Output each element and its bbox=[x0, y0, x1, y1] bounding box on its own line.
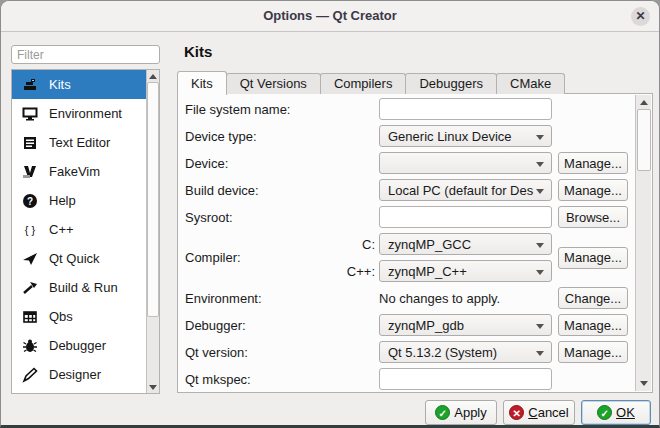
check-icon: ✓ bbox=[435, 405, 450, 420]
sysroot-browse-button[interactable]: Browse... bbox=[558, 206, 628, 228]
hammer-icon bbox=[21, 280, 39, 296]
tab-cmake[interactable]: CMake bbox=[496, 73, 565, 94]
sidebar-item-label: Kits bbox=[49, 77, 71, 92]
form-scroll-thumb[interactable] bbox=[637, 109, 651, 171]
cancel-button[interactable]: ✕ Cancel bbox=[503, 400, 575, 425]
check-icon: ✓ bbox=[597, 405, 612, 420]
environment-change-button[interactable]: Change... bbox=[558, 287, 628, 309]
device-type-value: Generic Linux Device bbox=[388, 129, 512, 144]
build-device-dropdown[interactable]: Local PC (default for Des bbox=[379, 179, 552, 201]
row-compiler: Compiler: C: zynqMP_GCC C++: zynqMP_C++ … bbox=[184, 233, 634, 282]
qt-mkspec-label: Qt mkspec: bbox=[184, 372, 379, 387]
sidebar-item-text-editor[interactable]: Text Editor bbox=[12, 128, 146, 157]
partial-label-fragment bbox=[53, 393, 71, 394]
qt-mkspec-input[interactable] bbox=[379, 368, 552, 390]
svg-text:?: ? bbox=[27, 196, 33, 207]
compiler-cpp-dropdown[interactable]: zynqMP_C++ bbox=[379, 260, 552, 282]
sidebar-item-debugger[interactable]: Debugger bbox=[12, 331, 146, 360]
tab-kits[interactable]: Kits bbox=[177, 71, 227, 95]
sidebar-item-label: Qt Quick bbox=[49, 251, 100, 266]
sidebar-item-designer[interactable]: Designer bbox=[12, 360, 146, 389]
environment-label: Environment: bbox=[184, 291, 379, 306]
file-system-name-input[interactable] bbox=[379, 98, 552, 120]
sidebar-item-kits[interactable]: Kits bbox=[12, 70, 146, 99]
debugger-dropdown[interactable]: zynqMP_gdb bbox=[379, 314, 552, 336]
qt-version-manage-button[interactable]: Manage... bbox=[558, 341, 628, 363]
sidebar-item-label: FakeVim bbox=[49, 164, 100, 179]
compiler-label: Compiler: bbox=[184, 250, 336, 265]
kit-form: File system name: Device type: Generic L… bbox=[184, 98, 634, 395]
qt-version-dropdown[interactable]: Qt 5.13.2 (System) bbox=[379, 341, 552, 363]
tab-debuggers[interactable]: Debuggers bbox=[405, 73, 497, 94]
device-type-label: Device type: bbox=[184, 129, 379, 144]
tab-qt-versions[interactable]: Qt Versions bbox=[226, 73, 321, 94]
category-list: Kits Environment Text Editor FakeVim bbox=[11, 69, 160, 394]
sidebar-scrollbar[interactable] bbox=[146, 70, 159, 393]
titlebar: Options — Qt Creator ✕ bbox=[1, 1, 659, 32]
row-build-device: Build device: Local PC (default for Des … bbox=[184, 179, 634, 201]
row-qt-mkspec: Qt mkspec: bbox=[184, 368, 634, 390]
filter-input[interactable] bbox=[11, 45, 160, 64]
device-type-dropdown[interactable]: Generic Linux Device bbox=[379, 125, 552, 147]
build-device-manage-button[interactable]: Manage... bbox=[558, 179, 628, 201]
debugger-value: zynqMP_gdb bbox=[388, 318, 464, 333]
sidebar-item-label: C++ bbox=[49, 222, 74, 237]
close-icon[interactable]: ✕ bbox=[631, 7, 650, 26]
row-device: Device: Manage... bbox=[184, 152, 634, 174]
compiler-manage-button[interactable]: Manage... bbox=[558, 247, 628, 269]
partial-icon bbox=[24, 393, 37, 394]
scroll-down-icon[interactable] bbox=[637, 377, 651, 390]
scroll-down-icon[interactable] bbox=[147, 381, 159, 393]
sysroot-input[interactable] bbox=[379, 206, 552, 228]
row-file-system-name: File system name: bbox=[184, 98, 634, 120]
sidebar-item-fakevim[interactable]: FakeVim bbox=[12, 157, 146, 186]
device-manage-button[interactable]: Manage... bbox=[558, 152, 628, 174]
row-device-type: Device type: Generic Linux Device bbox=[184, 125, 634, 147]
form-scrollbar[interactable] bbox=[635, 95, 651, 391]
sidebar-item-label: Designer bbox=[49, 367, 101, 382]
sidebar-item-label: Help bbox=[49, 193, 76, 208]
sidebar-item-label: Build & Run bbox=[49, 280, 118, 295]
sidebar-item-qbs[interactable]: Qbs bbox=[12, 302, 146, 331]
pencil-icon bbox=[21, 367, 39, 383]
grid-icon bbox=[21, 309, 39, 325]
row-qt-version: Qt version: Qt 5.13.2 (System) Manage... bbox=[184, 341, 634, 363]
options-dialog: Options — Qt Creator ✕ Kits Kits Environ… bbox=[0, 0, 660, 428]
ok-button[interactable]: ✓ OK bbox=[581, 400, 651, 425]
tab-compilers[interactable]: Compilers bbox=[320, 73, 407, 94]
sidebar-item-label: Debugger bbox=[49, 338, 106, 353]
scroll-up-icon[interactable] bbox=[637, 96, 651, 109]
sidebar-item-build-run[interactable]: Build & Run bbox=[12, 273, 146, 302]
apply-label: Apply bbox=[454, 405, 487, 420]
compiler-cpp-value: zynqMP_C++ bbox=[388, 264, 467, 279]
sidebar-item-qt-quick[interactable]: Qt Quick bbox=[12, 244, 146, 273]
monitor-icon bbox=[21, 106, 39, 122]
device-dropdown[interactable] bbox=[379, 152, 552, 174]
environment-value: No changes to apply. bbox=[379, 291, 552, 306]
apply-button[interactable]: ✓ Apply bbox=[425, 400, 497, 425]
cancel-label: Cancel bbox=[528, 405, 568, 420]
sidebar-item-environment[interactable]: Environment bbox=[12, 99, 146, 128]
scroll-up-icon[interactable] bbox=[147, 70, 159, 82]
page-title: Kits bbox=[184, 43, 212, 60]
row-environment: Environment: No changes to apply. Change… bbox=[184, 287, 634, 309]
sidebar-item-label: Text Editor bbox=[49, 135, 110, 150]
compiler-c-value: zynqMP_GCC bbox=[388, 237, 471, 252]
cross-icon: ✕ bbox=[509, 405, 524, 420]
bug-icon bbox=[21, 338, 39, 354]
sidebar-item-help[interactable]: ? Help bbox=[12, 186, 146, 215]
sidebar-item-cpp[interactable]: { } C++ bbox=[12, 215, 146, 244]
text-editor-icon bbox=[21, 135, 39, 151]
chevron-down-icon bbox=[536, 189, 544, 194]
debugger-label: Debugger: bbox=[184, 318, 379, 333]
debugger-manage-button[interactable]: Manage... bbox=[558, 314, 628, 336]
sidebar-item-label: Environment bbox=[49, 106, 122, 121]
qt-version-label: Qt version: bbox=[184, 345, 379, 360]
kit-settings-panel: File system name: Device type: Generic L… bbox=[177, 93, 653, 393]
compiler-c-dropdown[interactable]: zynqMP_GCC bbox=[379, 233, 552, 255]
sidebar-item-label: Qbs bbox=[49, 309, 73, 324]
sidebar-scroll-thumb[interactable] bbox=[147, 82, 159, 317]
sidebar-item-partial[interactable] bbox=[12, 389, 146, 394]
kits-tabbar: Kits Qt Versions Compilers Debuggers CMa… bbox=[177, 71, 564, 94]
fakevim-icon bbox=[21, 164, 39, 180]
